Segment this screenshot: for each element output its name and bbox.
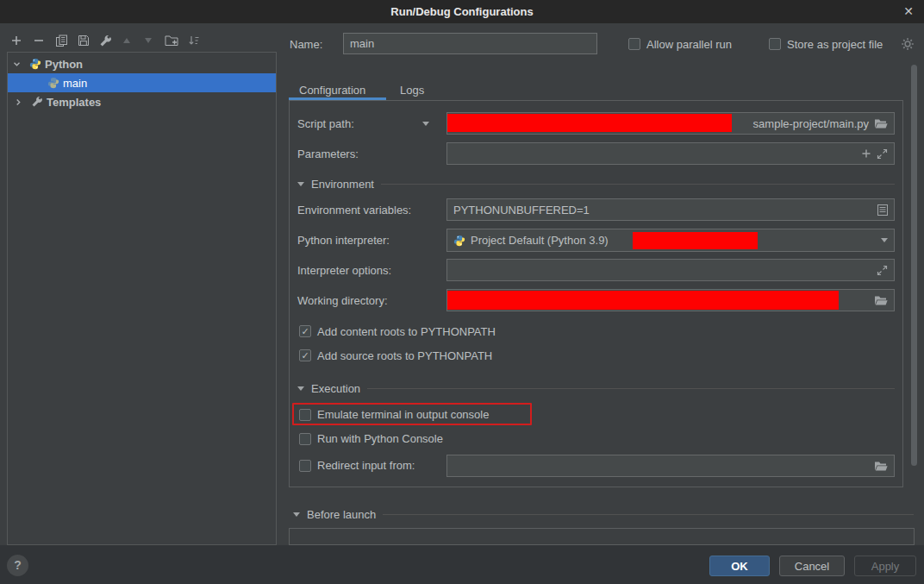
tree-item-label: Python (45, 58, 83, 71)
execution-section-header[interactable]: Execution (297, 382, 895, 395)
remove-icon[interactable] (31, 34, 47, 47)
redaction-working-directory (447, 291, 839, 310)
add-content-roots-label: Add content roots to PYTHONPATH (317, 325, 496, 338)
interpreter-options-field[interactable] (446, 259, 895, 281)
python-logo-icon (29, 58, 41, 70)
redaction-script-path (447, 114, 732, 132)
environment-variables-value: PYTHONUNBUFFERED=1 (453, 204, 590, 217)
redirect-input-label: Redirect input from: (317, 459, 415, 472)
run-with-python-console-checkbox[interactable] (299, 433, 311, 445)
before-launch-task-list[interactable] (289, 528, 915, 545)
edit-templates-wrench-icon[interactable] (97, 34, 113, 47)
tab-configuration[interactable]: Configuration (299, 84, 365, 97)
redirect-input-field[interactable] (446, 455, 895, 477)
wrench-icon (31, 96, 43, 108)
name-input[interactable] (343, 33, 597, 54)
edit-variables-icon[interactable] (877, 204, 888, 216)
parameters-label: Parameters: (297, 148, 359, 160)
script-path-dropdown-icon[interactable] (422, 122, 429, 126)
section-title: Before launch (307, 508, 376, 521)
chevron-right-icon[interactable] (14, 97, 23, 107)
help-button[interactable]: ? (7, 555, 28, 576)
browse-folder-icon[interactable] (874, 118, 888, 129)
environment-variables-field[interactable]: PYTHONUNBUFFERED=1 (446, 198, 895, 221)
redaction-interpreter-path (633, 232, 758, 249)
expand-field-icon[interactable] (877, 148, 888, 160)
expand-field-icon[interactable] (877, 265, 888, 276)
save-icon[interactable] (76, 34, 91, 47)
python-interpreter-label: Python interpreter: (297, 234, 390, 247)
environment-variables-label: Environment variables: (297, 204, 411, 217)
tab-logs[interactable]: Logs (400, 84, 424, 97)
environment-section-header[interactable]: Environment (297, 178, 895, 191)
ok-button[interactable]: OK (709, 556, 770, 576)
working-directory-label: Working directory: (297, 294, 388, 307)
name-label: Name: (290, 38, 322, 51)
move-up-icon[interactable] (119, 34, 134, 47)
redirect-input-checkbox[interactable] (299, 460, 311, 472)
gear-icon[interactable] (901, 37, 915, 53)
run-with-python-console-label: Run with Python Console (317, 432, 443, 445)
dialog-titlebar: Run/Debug Configurations ✕ (0, 0, 924, 23)
configurations-tree-panel: Python main Templates (7, 52, 277, 545)
section-title: Execution (311, 382, 360, 395)
chevron-down-icon[interactable] (881, 238, 888, 242)
script-path-label: Script path: (297, 117, 354, 130)
python-logo-icon (47, 77, 59, 89)
tree-item-python[interactable]: Python (8, 54, 276, 73)
sort-alphabetically-icon[interactable] (186, 34, 202, 47)
collapse-triangle-icon[interactable] (293, 512, 300, 517)
move-down-icon[interactable] (140, 34, 156, 47)
collapse-triangle-icon[interactable] (297, 182, 304, 186)
section-title: Environment (311, 178, 374, 191)
chevron-down-icon[interactable] (12, 60, 22, 69)
tree-item-label: main (63, 77, 87, 90)
parameters-field[interactable] (446, 142, 895, 165)
annotation-highlight-emulate-terminal (292, 403, 532, 425)
python-interpreter-value: Project Default (Python 3.9) (471, 234, 609, 247)
cancel-button[interactable]: Cancel (779, 556, 845, 576)
tree-item-label: Templates (47, 96, 101, 109)
add-macro-plus-icon[interactable] (861, 148, 871, 159)
interpreter-options-label: Interpreter options: (297, 264, 391, 277)
tree-item-main[interactable]: main (8, 73, 276, 92)
store-as-project-file-label: Store as project file (787, 38, 883, 51)
add-content-roots-checkbox[interactable]: ✓ (299, 325, 311, 337)
add-source-roots-label: Add source roots to PYTHONPATH (317, 349, 492, 362)
tree-item-templates[interactable]: Templates (8, 92, 276, 111)
close-icon[interactable]: ✕ (900, 3, 917, 20)
add-source-roots-checkbox[interactable]: ✓ (299, 349, 311, 361)
vertical-scrollbar[interactable] (911, 65, 917, 466)
allow-parallel-run-label: Allow parallel run (646, 38, 732, 51)
before-launch-section-header[interactable]: Before launch (293, 508, 914, 521)
dialog-title: Run/Debug Configurations (390, 5, 533, 18)
browse-folder-icon[interactable] (874, 461, 888, 472)
store-as-project-file-checkbox[interactable] (769, 38, 781, 50)
script-path-value: sample-project/main.py (753, 117, 869, 130)
apply-button: Apply (854, 556, 916, 576)
new-folder-icon[interactable] (164, 34, 179, 47)
collapse-triangle-icon[interactable] (297, 386, 304, 391)
python-logo-icon (453, 235, 465, 247)
allow-parallel-run-checkbox[interactable] (628, 38, 640, 50)
add-icon[interactable] (9, 34, 24, 47)
copy-icon[interactable] (53, 34, 69, 47)
browse-folder-icon[interactable] (874, 295, 888, 306)
